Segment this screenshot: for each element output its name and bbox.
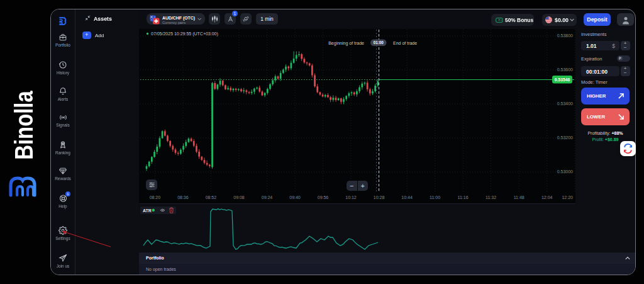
svg-text:0.53000: 0.53000 xyxy=(557,169,573,174)
svg-text:07/05/2025 10:29:55 (UTC+03:00: 07/05/2025 10:29:55 (UTC+03:00) xyxy=(151,31,218,37)
svg-text:09:24: 09:24 xyxy=(262,195,273,200)
svg-text:0.53800: 0.53800 xyxy=(557,33,573,38)
svg-text:09:08: 09:08 xyxy=(233,195,245,200)
svg-text:10:28: 10:28 xyxy=(374,195,385,200)
svg-text:01:00: 01:00 xyxy=(374,40,384,45)
svg-text:0.53400: 0.53400 xyxy=(557,101,573,106)
svg-text:0.53600: 0.53600 xyxy=(557,67,573,72)
svg-text:12:04: 12:04 xyxy=(541,195,553,200)
svg-text:11:16: 11:16 xyxy=(458,195,469,200)
svg-text:10:44: 10:44 xyxy=(401,195,413,200)
svg-text:08:36: 08:36 xyxy=(177,195,189,200)
svg-text:Beginning of trade: Beginning of trade xyxy=(328,41,364,46)
svg-text:ATR: ATR xyxy=(143,208,152,213)
svg-text:End of trade: End of trade xyxy=(393,41,417,45)
svg-text:11:00: 11:00 xyxy=(430,195,440,200)
svg-text:10:12: 10:12 xyxy=(345,195,357,200)
svg-text:11:48: 11:48 xyxy=(514,195,525,200)
svg-text:09:56: 09:56 xyxy=(318,195,329,200)
svg-text:0.53546: 0.53546 xyxy=(555,77,570,82)
svg-text:12:20: 12:20 xyxy=(562,195,573,200)
svg-text:0.53200: 0.53200 xyxy=(557,135,573,140)
svg-text:08:20: 08:20 xyxy=(150,195,161,200)
svg-text:09:40: 09:40 xyxy=(289,195,301,200)
svg-text:11:32: 11:32 xyxy=(486,195,496,200)
svg-text:08:52: 08:52 xyxy=(206,195,217,200)
